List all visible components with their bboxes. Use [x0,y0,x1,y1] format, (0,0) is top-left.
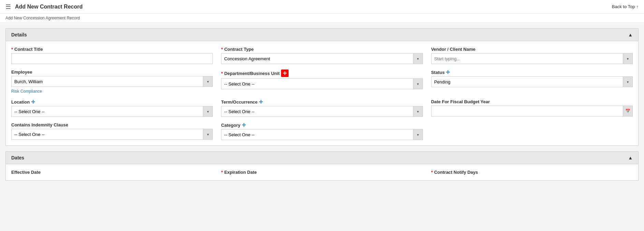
location-dropdown-btn[interactable] [203,106,213,117]
category-label-text: Category [221,123,240,128]
department-add-icon[interactable]: ✛ [281,70,289,77]
term-occurrence-group: Term/Occurrence ✛ -- Select One -- [221,99,423,117]
expiration-date-group: * Expiration Date [221,170,423,175]
effective-date-group: Effective Date [11,170,213,175]
status-add-icon[interactable]: ✛ [446,70,450,75]
details-collapse-icon[interactable]: ▲ [628,32,633,37]
contract-type-group: * Contract Type Concession Agreement [221,47,423,64]
risk-compliance-link[interactable]: Risk Compliance [11,89,213,94]
date-fiscal-budget-year-label: Date For Fiscal Budget Year [431,99,633,104]
dates-form-grid: Effective Date * Expiration Date * Contr… [11,170,633,175]
details-section: Details ▲ * Contract Title [5,28,639,146]
contract-type-dropdown-btn[interactable] [413,53,423,64]
term-occurrence-chevron-icon [416,110,420,113]
vendor-client-name-dropdown-btn[interactable] [623,53,632,64]
vendor-client-name-chevron-icon [626,57,629,61]
status-chevron-icon [626,80,629,84]
back-to-top-link[interactable]: Back to Top ↑ [612,4,639,9]
employee-group: Employee Burch, William Risk Compliance [11,70,213,94]
term-occurrence-add-icon[interactable]: ✛ [259,99,263,105]
contract-notify-days-label-text: Contract Notify Days [434,170,478,175]
calendar-icon: 📅 [625,109,630,113]
department-dropdown-wrapper: -- Select One -- [221,78,423,89]
date-fiscal-budget-year-input[interactable] [431,109,623,114]
term-occurrence-label-text: Term/Occurrence [221,99,258,105]
contract-notify-days-label: * Contract Notify Days [431,170,633,175]
contract-title-label: * Contract Title [11,47,213,52]
contract-title-input[interactable] [12,56,213,61]
expiration-date-required: * [221,170,223,175]
effective-date-label-text: Effective Date [11,170,41,175]
status-label: Status ✛ [431,70,633,75]
category-add-icon[interactable]: ✛ [242,122,246,128]
department-business-unit-label: * Department/Business Unit ✛ [221,70,423,77]
contract-title-group: * Contract Title [11,47,213,64]
vendor-client-name-group: Vendor / Client Name [431,47,633,64]
employee-dropdown-btn[interactable] [203,76,213,87]
location-chevron-icon [206,110,209,113]
category-dropdown-btn[interactable] [413,129,423,140]
contains-indemnity-clause-dropdown-btn[interactable] [203,129,213,139]
location-select[interactable]: -- Select One -- [12,109,203,114]
contract-type-label-text: Contract Type [224,47,253,52]
employee-chevron-icon [206,80,209,83]
status-label-text: Status [431,70,445,75]
location-label: Location ✛ [11,99,213,105]
dept-required: * [221,71,223,76]
top-bar-left: ☰ Add New Contract Record [5,3,83,11]
term-occurrence-dropdown-btn[interactable] [413,106,423,117]
employee-dropdown-wrapper: Burch, William [11,76,213,87]
location-dropdown-wrapper: -- Select One -- [11,106,213,117]
contains-indemnity-clause-select[interactable]: -- Select One -- [12,132,203,137]
status-select[interactable]: Pending [431,79,623,84]
dates-section-title: Dates [11,155,24,160]
effective-date-label: Effective Date [11,170,213,175]
category-label: Category ✛ [221,122,423,128]
dates-collapse-icon[interactable]: ▲ [628,155,633,160]
vendor-client-name-dropdown-wrapper [431,53,633,64]
status-dropdown-btn[interactable] [623,77,632,87]
category-group: Category ✛ -- Select One -- [221,122,423,140]
category-dropdown-wrapper: -- Select One -- [221,129,423,140]
date-fiscal-budget-year-wrapper: 📅 [431,106,633,117]
dates-section: Dates ▲ Effective Date * Expiration Date [5,151,639,181]
location-group: Location ✛ -- Select One -- [11,99,213,117]
details-section-title: Details [11,32,27,37]
contains-indemnity-clause-dropdown-wrapper: -- Select One -- [11,129,213,140]
status-group: Status ✛ Pending [431,70,633,94]
breadcrumb-text: Add New Concession Agreement Record [5,16,80,20]
term-occurrence-select[interactable]: -- Select One -- [221,109,413,114]
back-to-top-arrow-icon: ↑ [636,4,639,9]
expiration-date-label-text: Expiration Date [224,170,257,175]
top-bar: ☰ Add New Contract Record Back to Top ↑ [0,0,644,14]
contract-type-select[interactable]: Concession Agreement [221,56,413,61]
contract-notify-days-group: * Contract Notify Days [431,170,633,175]
page-title: Add New Contract Record [15,4,83,10]
dates-section-header: Dates ▲ [6,152,638,164]
location-label-text: Location [11,99,30,105]
back-to-top-label: Back to Top [612,4,635,9]
employee-label: Employee [11,70,213,75]
hamburger-icon[interactable]: ☰ [5,3,11,11]
contains-indemnity-clause-label: Contains Indemnity Clause [11,122,213,127]
contract-title-input-wrapper [11,53,213,64]
details-section-content: * Contract Title * Contract Type [6,41,638,145]
vendor-client-name-input[interactable] [431,56,623,61]
details-section-header: Details ▲ [6,29,638,41]
contains-indemnity-clause-label-text: Contains Indemnity Clause [11,122,68,127]
employee-select[interactable]: Burch, William [12,79,203,84]
location-add-icon[interactable]: ✛ [31,99,35,105]
term-occurrence-dropdown-wrapper: -- Select One -- [221,106,423,117]
contract-notify-days-required: * [431,170,433,175]
department-dropdown-btn[interactable] [413,79,423,89]
main-content: Details ▲ * Contract Title [0,23,644,191]
expiration-date-label: * Expiration Date [221,170,423,175]
breadcrumb: Add New Concession Agreement Record [0,14,644,23]
date-fiscal-budget-year-calendar-btn[interactable]: 📅 [623,106,632,116]
department-select[interactable]: -- Select One -- [221,81,413,87]
vendor-client-name-label: Vendor / Client Name [431,47,633,52]
date-fiscal-budget-year-label-text: Date For Fiscal Budget Year [431,99,490,104]
department-business-unit-group: * Department/Business Unit ✛ -- Select O… [221,70,423,94]
category-select[interactable]: -- Select One -- [221,132,413,137]
contract-title-required: * [11,47,13,52]
